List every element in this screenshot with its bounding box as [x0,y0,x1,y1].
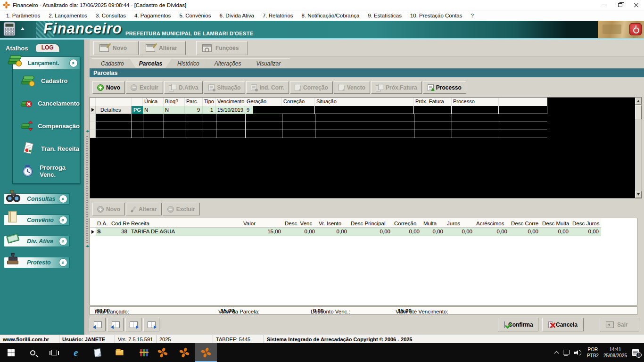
sidebar-item-cadastro[interactable]: Cadastro [13,69,80,92]
column-header[interactable]: Tipo [203,98,216,106]
column-header[interactable]: Valor [242,220,283,227]
column-header[interactable]: Receita [130,220,242,227]
column-header[interactable]: Desc Principal [349,220,393,227]
column-header[interactable]: Cod Rec [110,220,130,227]
tray-chevron-icon[interactable] [554,351,559,356]
notification-icon[interactable]: 1 [632,349,639,356]
tab-alteracoes[interactable]: Alterações [205,58,251,68]
clock[interactable]: 14:4125/08/2025 [603,346,627,359]
receita-row[interactable]: S 38 TARIFA DE AGUA 15,00 0,00 0,00 0,00… [90,228,601,236]
minimize-button[interactable] [596,0,612,10]
fiorilli-app-button[interactable] [152,343,173,362]
funcoes-button[interactable]: Funções [196,41,248,55]
cancela-button[interactable]: Cancela [542,318,584,331]
processo-button[interactable]: Processo [423,81,466,94]
column-header[interactable]: Única [143,98,164,106]
novo-receita-button[interactable]: Novo [92,203,125,215]
menu-notificacao-cobranca[interactable]: 8. Notificação/Cobrança [297,11,364,20]
tab-visualizar[interactable]: Visualizar [247,58,290,68]
menu-help[interactable]: ? [467,11,478,20]
internet-explorer-button[interactable] [65,343,87,362]
fiorilli-app-button-active[interactable] [195,343,217,362]
alterar-record-button[interactable]: Alterar [140,41,186,55]
splitter-handle[interactable] [86,136,88,243]
detalhes-button[interactable]: Detalhes [96,106,132,114]
novo-record-button[interactable]: Novo [93,41,139,55]
fiorilli-app-button[interactable] [173,343,195,362]
excluir-parcela-button[interactable]: Excluir [126,81,163,94]
column-header[interactable]: D.A. [96,220,110,227]
situacao-button[interactable]: Situação [204,81,245,94]
menu-estatisticas[interactable]: 9. Estatísticas [363,11,406,20]
winrar-button[interactable] [130,343,152,362]
indice-correcao-button[interactable]: Ind. Corr. [246,81,289,94]
column-header[interactable]: Vr. Isento [317,220,349,227]
column-header[interactable]: Multa [422,220,446,227]
scroll-up-button[interactable] [635,98,642,105]
task-view-button[interactable] [43,343,65,362]
menu-consultas[interactable]: 3. Consultas [91,11,130,20]
confirma-button[interactable]: Confirma [498,318,538,331]
tab-cadastro[interactable]: Cadastro [91,58,133,68]
column-header[interactable]: Correção [393,220,422,227]
group-lancamento-header[interactable]: Lançament. [13,57,80,69]
scrollbar-thumb[interactable] [635,105,642,119]
menu-prestacao-contas[interactable]: 10. Prestação Contas [406,11,467,20]
expand-chevron-icon[interactable] [59,216,67,224]
network-icon[interactable] [563,350,570,354]
volume-icon[interactable] [574,350,582,356]
language-indicator[interactable]: PORPTB2 [587,346,599,359]
status-website[interactable]: www.fiorilli.com.br [0,335,59,343]
column-header[interactable] [499,98,547,106]
column-header[interactable]: Desc. Venc [283,220,317,227]
column-header[interactable]: Bloq? [164,98,185,106]
nav-first-button[interactable] [90,318,106,331]
restore-button[interactable] [612,0,628,10]
column-header[interactable]: Geração [245,98,282,106]
tab-log[interactable]: LOG [36,44,59,52]
correcao-button[interactable]: Correção [290,81,333,94]
expand-chevron-icon[interactable] [59,195,67,203]
column-header[interactable]: Parc. [185,98,203,106]
sidebar-splitter[interactable]: ◀▶ ◀▶ [84,40,90,335]
column-header[interactable]: Situação [315,98,414,106]
search-button[interactable] [22,343,43,362]
close-button[interactable] [628,0,644,10]
sidebar-item-prorroga-venc[interactable]: Prorroga Venc. [13,160,80,182]
sair-button[interactable]: Sair [600,318,639,331]
sidebar-group-div-ativa[interactable]: Div. Ativa [4,236,70,247]
excluir-receita-button[interactable]: Excluir [163,203,200,215]
column-header[interactable]: Vencimento [216,98,245,106]
column-header[interactable]: Próx. Fatura [414,98,452,106]
tab-atalhos[interactable]: Atalhos [6,45,28,52]
novo-parcela-button[interactable]: Novo [92,81,125,94]
sidebar-item-tran-receita[interactable]: Tran. Receita [13,137,80,160]
nav-previous-button[interactable] [107,318,124,331]
menu-pagamentos[interactable]: 4. Pagamentos [130,11,175,20]
menu-relatorios[interactable]: 7. Relatórios [258,11,297,20]
tab-historico[interactable]: Histórico [168,58,209,68]
collapse-chevron-icon[interactable] [69,59,78,67]
column-header[interactable]: Desc Juros [571,220,601,227]
divida-ativa-button[interactable]: D.Ativa [164,81,203,94]
expand-chevron-icon[interactable] [59,258,67,267]
tab-parcelas[interactable]: Parcelas [130,58,172,68]
nav-next-button[interactable] [125,318,141,331]
column-header[interactable]: Desc Multa [541,220,571,227]
menu-lancamentos[interactable]: 2. Lançamentos [44,11,91,20]
collapse-banner-icon[interactable] [21,27,25,30]
alterar-receita-button[interactable]: Alterar [126,203,162,215]
grid-scrollbar[interactable] [635,98,642,198]
sidebar-group-protesto[interactable]: Protesto [4,257,70,268]
proxima-fatura-button[interactable]: Próx.Fatura [371,81,422,94]
vencto-button[interactable]: Vencto [334,81,370,94]
menu-parametros[interactable]: 1. Parâmetros [2,11,44,20]
column-header[interactable]: Desc Corre [510,220,541,227]
file-explorer-button[interactable] [108,343,130,362]
menu-divida-ativa[interactable]: 6. Dívida Ativa [215,11,259,20]
nav-last-button[interactable] [143,318,159,331]
start-button[interactable] [0,343,22,362]
column-header[interactable]: Correção [282,98,315,106]
sidebar-item-cancelamento[interactable]: Cancelamento [13,92,80,115]
power-exit-button[interactable] [629,23,642,35]
